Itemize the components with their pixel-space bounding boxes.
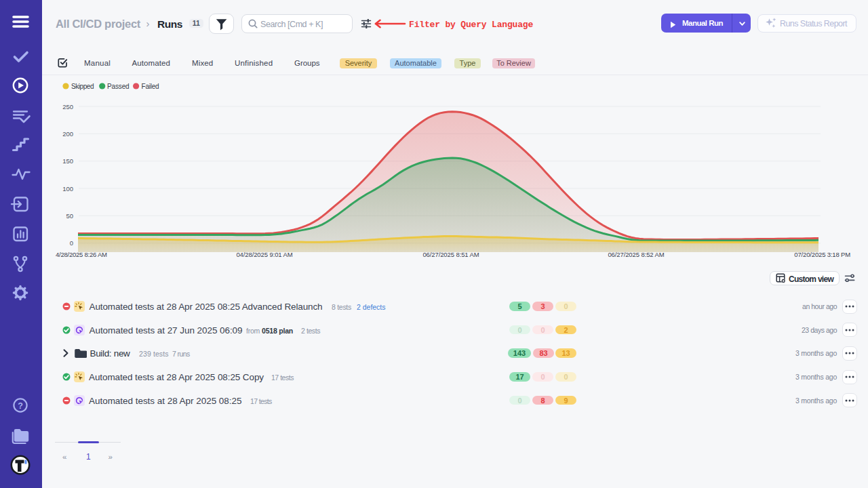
svg-text:06/27/2025 8:52 AM: 06/27/2025 8:52 AM (608, 251, 664, 258)
svg-text:150: 150 (62, 157, 73, 165)
svg-text:Passed: Passed (107, 83, 130, 90)
svg-text:06/27/2025 8:51 AM: 06/27/2025 8:51 AM (422, 251, 479, 258)
svg-text:4/28/2025 8:26 AM: 4/28/2025 8:26 AM (56, 251, 107, 258)
svg-text:50: 50 (66, 212, 73, 220)
svg-text:04/28/2025 9:01 AM: 04/28/2025 9:01 AM (236, 251, 292, 258)
svg-text:100: 100 (62, 185, 73, 192)
svg-text:200: 200 (62, 130, 73, 138)
svg-text:250: 250 (62, 103, 73, 110)
svg-text:?: ? (18, 401, 23, 411)
svg-text:0: 0 (70, 239, 73, 247)
svg-text:07/20/2025 3:18 PM: 07/20/2025 3:18 PM (794, 251, 850, 258)
svg-text:Skipped: Skipped (71, 83, 94, 90)
svg-text:Failed: Failed (142, 83, 159, 90)
